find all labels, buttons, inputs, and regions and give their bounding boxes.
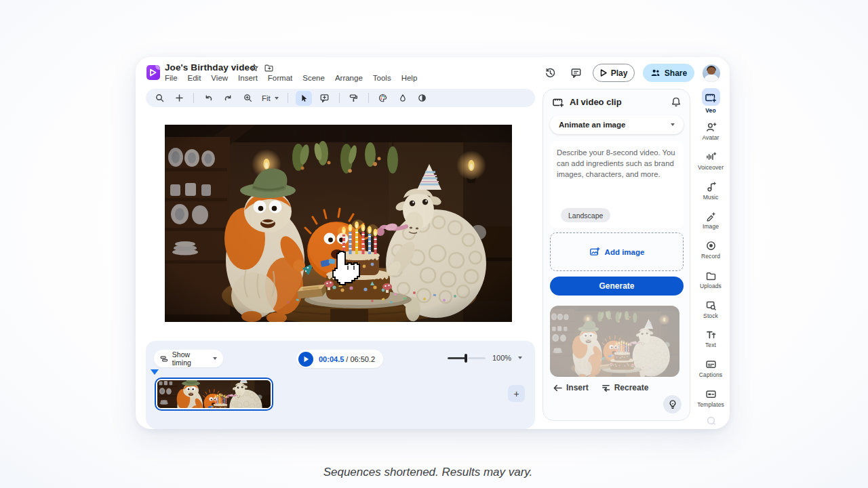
slider-thumb[interactable] xyxy=(465,354,467,363)
clip-thumbnail-image xyxy=(157,380,271,408)
record-icon xyxy=(705,240,717,251)
sidebar-item-uploads[interactable]: Uploads xyxy=(692,270,730,289)
account-avatar[interactable] xyxy=(703,64,720,82)
add-comment-button[interactable] xyxy=(318,92,332,105)
chevron-down-icon xyxy=(671,123,675,126)
timeline-area: Show timing 00:04.5 / 06:50.2 xyxy=(146,341,535,429)
prompt-input[interactable] xyxy=(557,147,677,193)
menu-format[interactable]: Format xyxy=(268,74,292,82)
menu-scene[interactable]: Scene xyxy=(302,74,325,82)
total-duration: 06:50.2 xyxy=(350,355,375,363)
add-image-button[interactable]: Add image xyxy=(550,232,684,271)
text-icon xyxy=(705,329,717,340)
chevron-down-icon xyxy=(275,97,279,100)
star-icon[interactable] xyxy=(250,63,259,73)
adjust-transition-button[interactable] xyxy=(416,92,429,105)
stock-media-icon xyxy=(705,300,717,311)
search-tools-button[interactable] xyxy=(153,92,166,105)
play-button[interactable]: Play xyxy=(593,64,635,82)
templates-icon xyxy=(705,388,717,400)
version-history-button[interactable] xyxy=(541,64,559,82)
canvas-image[interactable] xyxy=(165,125,512,322)
menu-arrange[interactable]: Arrange xyxy=(335,74,363,82)
show-timing-toggle[interactable]: Show timing xyxy=(154,350,223,367)
slider-track-filled xyxy=(448,357,465,359)
play-glyph-icon xyxy=(149,68,157,77)
recreate-icon xyxy=(601,383,611,392)
preview-image xyxy=(550,306,679,377)
timeline-clip-thumbnail[interactable] xyxy=(155,378,273,411)
plus-icon xyxy=(174,93,184,103)
sidebar-item-music[interactable]: Music xyxy=(692,181,730,201)
partial-circle-icon xyxy=(705,415,717,426)
prompt-container: Landscape xyxy=(550,141,684,228)
menu-tools[interactable]: Tools xyxy=(373,74,391,82)
background-fill-button[interactable] xyxy=(396,92,410,105)
paint-format-button[interactable] xyxy=(347,92,361,105)
tips-button[interactable] xyxy=(663,395,682,413)
vids-app-icon[interactable] xyxy=(146,65,160,80)
timeline-play-button[interactable] xyxy=(298,352,313,367)
chevron-down-icon[interactable] xyxy=(518,357,522,359)
redo-icon xyxy=(223,93,233,103)
panel-title: AI video clip xyxy=(570,97,671,107)
add-button[interactable] xyxy=(172,92,186,105)
menu-edit[interactable]: Edit xyxy=(188,74,201,82)
app-window: Joe's Birthday video File Edit View Inse… xyxy=(136,57,730,429)
captions-icon xyxy=(705,359,717,370)
sidebar-item-record[interactable]: Record xyxy=(692,240,730,260)
comment-icon xyxy=(570,67,582,79)
zoom-level-value[interactable]: 100% xyxy=(492,354,511,362)
select-tool-button[interactable] xyxy=(296,91,312,106)
undo-icon xyxy=(203,93,214,103)
palette-icon xyxy=(378,93,388,103)
playback-controls: 00:04.5 / 06:50.2 xyxy=(296,350,383,368)
paint-roller-icon xyxy=(349,93,359,103)
sidebar-item-avatar[interactable]: Avatar xyxy=(692,121,730,141)
sidebar-item-voiceover[interactable]: Voiceover xyxy=(692,151,730,171)
playhead-marker[interactable] xyxy=(151,369,159,375)
sidebar-item-image[interactable]: Image xyxy=(692,210,730,230)
share-button[interactable]: Share xyxy=(643,64,694,82)
arrow-left-icon xyxy=(553,384,563,392)
recreate-button[interactable]: Recreate xyxy=(601,383,649,392)
sidebar-item-veo[interactable]: Veo xyxy=(692,88,730,114)
play-triangle-icon xyxy=(600,69,607,77)
sidebar-item-templates[interactable]: Templates xyxy=(692,388,730,408)
menu-help[interactable]: Help xyxy=(401,74,418,82)
sidebar-item-text[interactable]: Text xyxy=(692,329,730,348)
document-title[interactable]: Joe's Birthday video xyxy=(165,62,256,73)
add-scene-button[interactable]: + xyxy=(508,385,525,402)
timeline-zoom-slider[interactable] xyxy=(448,353,486,363)
theme-colors-button[interactable] xyxy=(376,92,390,105)
sidebar-item-captions[interactable]: Captions xyxy=(692,359,730,378)
aspect-ratio-chip[interactable]: Landscape xyxy=(561,208,610,222)
folder-icon xyxy=(705,270,717,281)
sidebar-item-partial xyxy=(692,415,730,426)
menu-insert[interactable]: Insert xyxy=(238,74,258,82)
generate-button[interactable]: Generate xyxy=(550,277,684,296)
zoom-button[interactable] xyxy=(241,92,254,105)
undo-button[interactable] xyxy=(201,92,215,105)
avatar-shirt xyxy=(704,75,719,82)
menu-view[interactable]: View xyxy=(211,74,228,82)
toolbar-divider xyxy=(193,93,194,103)
search-icon xyxy=(155,93,165,103)
image-plus-icon xyxy=(589,247,600,257)
voiceover-icon xyxy=(705,151,717,163)
generated-clip-preview[interactable] xyxy=(550,306,679,377)
zoom-fit-dropdown[interactable]: Fit xyxy=(260,94,280,102)
menubar: File Edit View Insert Format Scene Arran… xyxy=(165,74,417,82)
redo-button[interactable] xyxy=(221,92,235,105)
bell-icon[interactable] xyxy=(671,96,682,108)
move-to-folder-icon[interactable] xyxy=(264,63,274,73)
current-time: 00:04.5 xyxy=(319,355,344,363)
avatar-face xyxy=(707,67,715,75)
editor-toolbar: Fit xyxy=(146,89,535,107)
sidebar-item-stock[interactable]: Stock xyxy=(692,300,730,319)
zoom-in-icon xyxy=(243,93,253,103)
mode-dropdown[interactable]: Animate an image xyxy=(550,115,684,134)
menu-file[interactable]: File xyxy=(165,74,178,82)
insert-button[interactable]: Insert xyxy=(553,383,589,392)
comments-button[interactable] xyxy=(567,64,585,82)
